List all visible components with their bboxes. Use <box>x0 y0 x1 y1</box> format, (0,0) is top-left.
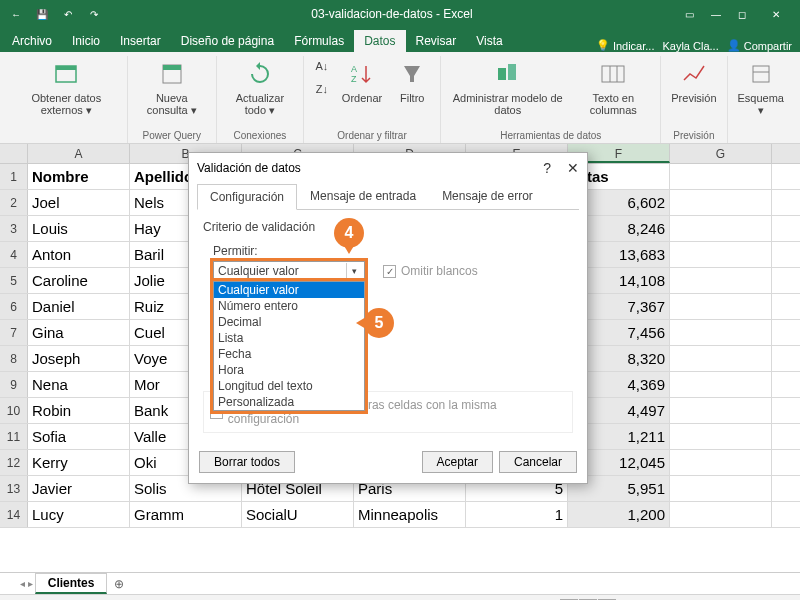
tell-me[interactable]: 💡 Indicar... <box>596 39 655 52</box>
cell[interactable]: Caroline <box>28 268 130 293</box>
cell[interactable]: Lucy <box>28 502 130 527</box>
cell[interactable] <box>670 502 772 527</box>
tab-archivo[interactable]: Archivo <box>2 30 62 52</box>
sort-button[interactable]: AZ Ordenar <box>338 56 386 106</box>
cancel-button[interactable]: Cancelar <box>499 451 577 473</box>
ok-button[interactable]: Aceptar <box>422 451 493 473</box>
outline-button[interactable]: Esquema ▾ <box>734 56 788 118</box>
refresh-all-button[interactable]: Actualizar todo ▾ <box>223 56 297 118</box>
row-header[interactable]: 4 <box>0 242 28 267</box>
cell[interactable]: Daniel <box>28 294 130 319</box>
allow-opt-date[interactable]: Fecha <box>214 346 364 362</box>
user-name[interactable]: Kayla Cla... <box>662 40 718 52</box>
allow-opt-textlen[interactable]: Longitud del texto <box>214 378 364 394</box>
cell[interactable] <box>670 346 772 371</box>
tab-datos[interactable]: Datos <box>354 30 405 52</box>
row-header[interactable]: 11 <box>0 424 28 449</box>
cell[interactable]: Joseph <box>28 346 130 371</box>
clear-all-button[interactable]: Borrar todos <box>199 451 295 473</box>
tab-revisar[interactable]: Revisar <box>406 30 467 52</box>
tab-diseno[interactable]: Diseño de página <box>171 30 284 52</box>
row-header[interactable]: 1 <box>0 164 28 189</box>
col-header-A[interactable]: A <box>28 144 130 163</box>
cell[interactable]: 1,200 <box>568 502 670 527</box>
dialog-tab-input-msg[interactable]: Mensaje de entrada <box>297 183 429 209</box>
row-header[interactable]: 7 <box>0 320 28 345</box>
allow-dropdown[interactable]: Cualquier valor ▾ Cualquier valor Número… <box>213 261 365 281</box>
tab-inicio[interactable]: Inicio <box>62 30 110 52</box>
cell[interactable]: Anton <box>28 242 130 267</box>
cell[interactable]: Nena <box>28 372 130 397</box>
cell[interactable] <box>670 398 772 423</box>
row-header[interactable]: 10 <box>0 398 28 423</box>
row-header[interactable]: 13 <box>0 476 28 501</box>
cell[interactable]: Nombre <box>28 164 130 189</box>
allow-opt-any[interactable]: Cualquier valor <box>214 282 364 298</box>
cell[interactable]: Gina <box>28 320 130 345</box>
sheet-tab-clientes[interactable]: Clientes <box>35 573 108 594</box>
new-query-button[interactable]: Nueva consulta ▾ <box>134 56 210 118</box>
cell[interactable] <box>670 242 772 267</box>
row-header[interactable]: 5 <box>0 268 28 293</box>
select-all-corner[interactable] <box>0 144 28 163</box>
cell[interactable]: Minneapolis <box>354 502 466 527</box>
add-sheet-button[interactable]: ⊕ <box>109 577 129 591</box>
cell[interactable]: Sofia <box>28 424 130 449</box>
cell[interactable] <box>670 190 772 215</box>
cell[interactable] <box>670 164 772 189</box>
dialog-help-icon[interactable]: ? <box>543 160 551 176</box>
cell[interactable] <box>670 268 772 293</box>
cell[interactable]: Kerry <box>28 450 130 475</box>
back-icon[interactable]: ← <box>4 2 28 26</box>
redo-icon[interactable]: ↷ <box>82 2 106 26</box>
undo-icon[interactable]: ↶ <box>56 2 80 26</box>
dialog-close-icon[interactable]: ✕ <box>567 160 579 176</box>
cell[interactable]: Javier <box>28 476 130 501</box>
tab-vista[interactable]: Vista <box>466 30 512 52</box>
filter-button[interactable]: Filtro <box>390 56 434 106</box>
cell[interactable] <box>670 320 772 345</box>
cell[interactable]: SocialU <box>242 502 354 527</box>
row-header[interactable]: 9 <box>0 372 28 397</box>
cell[interactable]: Gramm <box>130 502 242 527</box>
sheet-nav[interactable]: ◂ ▸ <box>20 578 33 589</box>
forecast-button[interactable]: Previsión <box>667 56 720 106</box>
cell[interactable] <box>670 476 772 501</box>
allow-opt-time[interactable]: Hora <box>214 362 364 378</box>
sort-desc-button[interactable]: Z↓ <box>310 79 334 101</box>
cell[interactable] <box>670 216 772 241</box>
ribbon-options-icon[interactable]: ▭ <box>678 2 702 26</box>
col-header-G[interactable]: G <box>670 144 772 163</box>
get-external-data-button[interactable]: Obtener datos externos ▾ <box>12 56 121 118</box>
dialog-tab-error-msg[interactable]: Mensaje de error <box>429 183 546 209</box>
maximize-icon[interactable]: ◻ <box>730 2 754 26</box>
dialog-tab-config[interactable]: Configuración <box>197 184 297 210</box>
row-header[interactable]: 12 <box>0 450 28 475</box>
cell[interactable]: 1 <box>466 502 568 527</box>
cell[interactable] <box>670 424 772 449</box>
row-header[interactable]: 3 <box>0 216 28 241</box>
ignore-blank-checkbox[interactable]: ✓ Omitir blancos <box>383 264 478 278</box>
save-icon[interactable]: 💾 <box>30 2 54 26</box>
allow-opt-custom[interactable]: Personalizada <box>214 394 364 410</box>
cell[interactable]: Joel <box>28 190 130 215</box>
allow-opt-decimal[interactable]: Decimal <box>214 314 364 330</box>
cell[interactable] <box>670 294 772 319</box>
minimize-icon[interactable]: — <box>704 2 728 26</box>
close-icon[interactable]: ✕ <box>756 2 796 26</box>
cell[interactable]: Louis <box>28 216 130 241</box>
sort-asc-button[interactable]: A↓ <box>310 56 334 78</box>
row-header[interactable]: 2 <box>0 190 28 215</box>
cell[interactable] <box>670 450 772 475</box>
row-header[interactable]: 14 <box>0 502 28 527</box>
cell[interactable] <box>670 372 772 397</box>
text-to-columns-button[interactable]: Texto en columnas <box>572 56 654 118</box>
tab-insertar[interactable]: Insertar <box>110 30 171 52</box>
share-button[interactable]: 👤 Compartir <box>727 39 792 52</box>
row-header[interactable]: 8 <box>0 346 28 371</box>
data-model-button[interactable]: Administrar modelo de datos <box>447 56 568 118</box>
allow-opt-whole[interactable]: Número entero <box>214 298 364 314</box>
row-header[interactable]: 6 <box>0 294 28 319</box>
allow-opt-list[interactable]: Lista <box>214 330 364 346</box>
cell[interactable]: Robin <box>28 398 130 423</box>
